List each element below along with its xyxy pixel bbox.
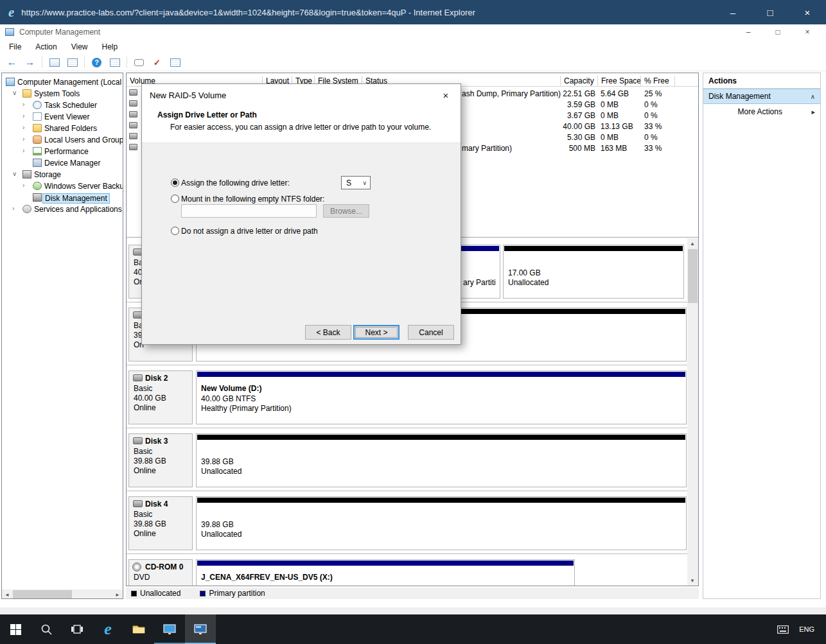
scroll-left-icon[interactable]: ◄	[2, 589, 12, 599]
scrollbar-thumb[interactable]	[688, 249, 698, 303]
tree-item-local-users-groups[interactable]: › Local Users and Groups	[2, 134, 121, 146]
chevron-down-icon[interactable]: ∨	[12, 89, 17, 96]
tree-horizontal-scrollbar[interactable]: ◄ ►	[2, 589, 123, 599]
tree-item-performance[interactable]: › Performance	[2, 146, 121, 157]
disk-4-unallocated[interactable]: 39.88 GB Unallocated	[196, 496, 687, 550]
radio-mount-ntfs-folder[interactable]	[171, 195, 179, 203]
tree-item-disk-management[interactable]: Disk Management	[2, 192, 121, 204]
disk-2-volume[interactable]: New Volume (D:) 40.00 GB NTFS Healthy (P…	[196, 370, 687, 424]
actions-header: Actions	[703, 73, 820, 89]
forward-icon[interactable]: →	[24, 57, 36, 69]
mount-path-input[interactable]	[181, 204, 317, 218]
volume-icon	[129, 144, 137, 150]
disk-vertical-scrollbar[interactable]: ▲ ▼	[687, 238, 698, 586]
disk-2-label[interactable]: Disk 2 Basic 40.00 GB Online	[128, 370, 193, 424]
tree-item-services-applications[interactable]: › Services and Applications	[2, 204, 121, 215]
column-header-pct-free[interactable]: % Free	[641, 76, 675, 87]
check-disk-icon[interactable]: ✓	[151, 57, 163, 69]
disk-0-unallocated[interactable]: 17.00 GB Unallocated	[503, 245, 684, 299]
internet-explorer-icon: e	[104, 621, 112, 638]
hdd-icon	[133, 374, 143, 381]
ie-logo-icon: e	[8, 6, 14, 19]
chevron-right-icon[interactable]: ›	[22, 112, 24, 119]
radio-assign-drive-letter[interactable]	[171, 178, 179, 187]
internet-explorer-button[interactable]: e	[92, 614, 123, 644]
list-view-icon[interactable]	[66, 57, 78, 69]
tree-item-windows-server-backup[interactable]: › Windows Server Backup	[2, 180, 121, 192]
chevron-down-icon[interactable]: ∨	[12, 170, 17, 177]
column-header-capacity[interactable]: Capacity	[561, 76, 598, 87]
back-button[interactable]: < Back	[305, 325, 351, 340]
actions-disk-management[interactable]: Disk Management ∧	[703, 89, 820, 104]
keyboard-icon[interactable]	[777, 625, 789, 634]
tree-item-device-manager[interactable]: Device Manager	[2, 157, 121, 169]
menu-action[interactable]: Action	[28, 41, 64, 53]
tree-item-computer-management[interactable]: Computer Management (Local	[2, 76, 121, 88]
task-view-button[interactable]	[62, 614, 92, 644]
disk-4-label[interactable]: Disk 4 Basic 39.88 GB Online	[128, 496, 193, 550]
drive-letter-dropdown[interactable]: S ∨	[341, 176, 371, 189]
browse-button[interactable]: Browse...	[323, 204, 369, 218]
tree-item-storage[interactable]: ∨ Storage	[2, 169, 121, 180]
chevron-right-icon[interactable]: ›	[22, 135, 24, 143]
menu-help[interactable]: Help	[95, 41, 125, 53]
ie-close-button[interactable]: ×	[789, 0, 826, 24]
language-indicator[interactable]: ENG	[799, 625, 814, 633]
performance-icon	[33, 147, 42, 155]
cdrom-0-label[interactable]: CD-ROM 0 DVD	[128, 559, 193, 586]
system-tray: ENG	[777, 625, 826, 634]
properties-icon[interactable]	[109, 57, 121, 69]
volume-icon	[129, 100, 137, 107]
cm-maximize-button[interactable]: □	[763, 24, 793, 40]
next-button[interactable]: Next >	[353, 325, 400, 340]
search-button[interactable]	[31, 614, 62, 644]
cm-title: Computer Management	[19, 28, 100, 37]
console-window-icon[interactable]	[48, 57, 60, 69]
back-icon[interactable]: ←	[6, 57, 18, 69]
tree-item-task-scheduler[interactable]: › Task Scheduler	[2, 100, 121, 111]
column-header-free-space[interactable]: Free Space	[598, 76, 641, 87]
cdrom-0-volume[interactable]: J_CENA_X64FREV_EN-US_DV5 (X:)	[196, 559, 575, 586]
unallocated-bar	[197, 498, 685, 503]
cm-minimize-button[interactable]: –	[734, 24, 763, 40]
chevron-right-icon[interactable]: ›	[22, 124, 24, 131]
toolbar-separator	[84, 57, 85, 68]
shared-folder-icon	[33, 124, 42, 132]
scroll-up-icon[interactable]: ▲	[687, 238, 698, 248]
graphical-view-icon[interactable]	[169, 57, 181, 69]
computer-management-button[interactable]	[185, 614, 216, 644]
new-raid5-volume-dialog: New RAID-5 Volume × Assign Drive Letter …	[141, 83, 461, 345]
tree-item-system-tools[interactable]: ∨ System Tools	[2, 88, 121, 100]
primary-partition-bar	[197, 561, 574, 566]
radio-no-drive-letter[interactable]	[171, 227, 179, 235]
primary-partition-bar	[197, 372, 685, 377]
chevron-up-icon[interactable]: ∧	[811, 93, 815, 100]
storage-icon	[22, 170, 31, 178]
chevron-right-icon[interactable]: ›	[22, 101, 24, 108]
tree-item-shared-folders[interactable]: › Shared Folders	[2, 123, 121, 134]
dialog-titlebar: New RAID-5 Volume ×	[142, 84, 461, 106]
chevron-right-icon[interactable]: ›	[22, 182, 24, 189]
ie-minimize-button[interactable]: –	[714, 0, 751, 24]
cm-close-button[interactable]: ×	[793, 24, 822, 40]
menu-view[interactable]: View	[64, 41, 95, 53]
app-window-button[interactable]	[154, 614, 185, 644]
scroll-down-icon[interactable]: ▼	[687, 575, 698, 586]
scroll-right-icon[interactable]: ►	[112, 589, 123, 599]
disk-3-label[interactable]: Disk 3 Basic 39.88 GB Online	[128, 433, 193, 487]
tree-item-event-viewer[interactable]: › Event Viewer	[2, 111, 121, 123]
menu-file[interactable]: File	[2, 41, 28, 53]
disk-3-unallocated[interactable]: 39.88 GB Unallocated	[196, 433, 687, 487]
file-explorer-button[interactable]	[123, 614, 154, 644]
action-pane-icon[interactable]	[133, 57, 145, 69]
cancel-button[interactable]: Cancel	[408, 325, 454, 340]
help-icon[interactable]: ?	[91, 57, 103, 69]
dialog-close-icon[interactable]: ×	[431, 84, 461, 106]
console-tree-pane: Computer Management (Local ∨ System Tool…	[1, 73, 123, 599]
scrollbar-thumb[interactable]	[13, 590, 72, 599]
ie-maximize-button[interactable]: □	[751, 0, 789, 24]
actions-more-actions[interactable]: More Actions ▸	[703, 104, 820, 119]
chevron-right-icon[interactable]: ›	[12, 205, 14, 212]
start-button[interactable]	[0, 614, 31, 644]
chevron-right-icon[interactable]: ›	[22, 147, 24, 154]
